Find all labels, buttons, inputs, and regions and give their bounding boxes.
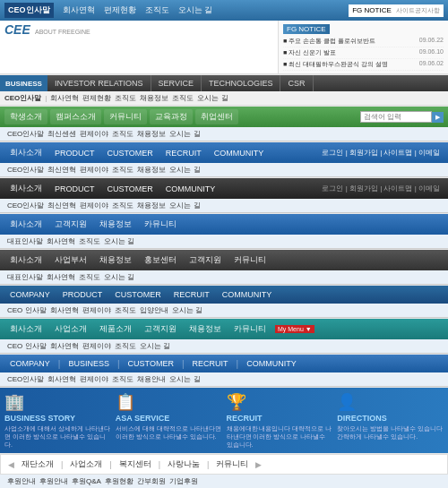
nav-r7-item-2[interactable]: CUSTOMER	[123, 357, 179, 370]
nav-r3-item-0[interactable]: 회사소개	[4, 217, 47, 232]
r1-sub-4[interactable]: 채용정보	[137, 165, 166, 175]
nav-r7-item-3[interactable]: RECRUIT	[187, 357, 234, 370]
nav-r4-item-5[interactable]: 커뮤니티	[228, 253, 271, 268]
r5-sub-4[interactable]: 입양안내	[140, 305, 168, 315]
r1-sub-1[interactable]: 최신연혁	[47, 165, 76, 175]
nav-r2-item-3[interactable]: COMMUNITY	[160, 183, 221, 195]
nav-r6-item-3[interactable]: 고객지원	[139, 321, 182, 337]
main-nav-item-2[interactable]: SERVICE	[151, 75, 202, 91]
green-sub-5[interactable]: 오시는 길	[169, 129, 200, 139]
green-sub-4[interactable]: 채용정보	[137, 129, 166, 139]
my-menu-badge[interactable]: My Menu ▼	[275, 325, 314, 333]
text-sub-1[interactable]: 후원안내	[39, 476, 68, 486]
search-button[interactable]: ▶	[432, 112, 444, 123]
r3-sub-2[interactable]: 조직도	[79, 236, 100, 246]
nav-r4-item-4[interactable]: 고객지원	[184, 253, 227, 268]
r4-sub-0[interactable]: 대표인사말	[7, 272, 43, 282]
r1-sub-2[interactable]: 편제이야	[80, 165, 108, 175]
green-nav-item-2[interactable]: 커뮤니티	[104, 109, 147, 124]
main-nav-item-4[interactable]: CSR	[280, 75, 313, 91]
r1-sub-3[interactable]: 조직도	[112, 165, 134, 175]
nav-r5-item-0[interactable]: COMPANY	[4, 288, 56, 301]
r2-sub-5[interactable]: 오시는 길	[169, 201, 200, 210]
nav-r4-item-0[interactable]: 회사소개	[4, 253, 47, 268]
nav-r3-item-2[interactable]: 채용정보	[94, 217, 137, 232]
r7-sub-2[interactable]: 편제이야	[80, 374, 108, 384]
ceo-bar-item-2[interactable]: 조직도	[115, 93, 136, 103]
nav-r3-item-3[interactable]: 카뮤니티	[139, 217, 182, 232]
r2-sub-1[interactable]: 최신연혁	[47, 201, 76, 210]
nav-r1-item-0[interactable]: 회사소개	[4, 145, 47, 160]
r6-sub-3[interactable]: 조직도	[115, 341, 136, 351]
nav-r6-item-1[interactable]: 사업소개	[49, 321, 92, 337]
main-nav-item-1[interactable]: INVESTOR RELATIONS	[47, 75, 151, 91]
nav-r2-item-0[interactable]: 회사소개	[4, 181, 47, 196]
text-sub-5[interactable]: 기업후원	[169, 476, 198, 486]
r6-sub-0[interactable]: CEO 인사말	[7, 341, 47, 351]
nav-r1-item-3[interactable]: RECRUIT	[160, 147, 207, 159]
nav-r5-item-3[interactable]: RECRUIT	[168, 288, 215, 301]
nav-r5-item-4[interactable]: COMMUNITY	[217, 288, 278, 301]
r7-sub-4[interactable]: 채용안내	[137, 374, 166, 384]
r2-sub-4[interactable]: 채용정보	[137, 201, 166, 210]
nav-r3-item-1[interactable]: 고객지원	[49, 217, 92, 232]
green-nav-item-0[interactable]: 학생소개	[4, 109, 47, 124]
text-sub-4[interactable]: 간부회원	[137, 476, 166, 486]
green-sub-2[interactable]: 편제이야	[80, 129, 108, 139]
green-sub-1[interactable]: 최신센센	[47, 129, 76, 139]
r3-sub-1[interactable]: 회사연혁	[47, 236, 75, 246]
nav-r2-item-2[interactable]: CUSTOMER	[102, 183, 159, 195]
nav1-item-3[interactable]: 조직도	[142, 4, 173, 17]
nav-r7-item-0[interactable]: COMPANY	[4, 357, 56, 370]
r6-sub-4[interactable]: 오시는 길	[140, 341, 170, 351]
nav-r2-item-1[interactable]: PRODUCT	[49, 183, 100, 195]
r5-sub-1[interactable]: 회사연혁	[50, 305, 79, 315]
nav-r5-item-2[interactable]: CUSTOMER	[109, 288, 166, 301]
nav1-item-4[interactable]: 오시는 길	[175, 4, 217, 17]
r5-sub-3[interactable]: 조직도	[115, 305, 136, 315]
nav-r4-item-1[interactable]: 사업부서	[49, 253, 92, 268]
r2-sub-2[interactable]: 편제이야	[80, 201, 108, 210]
green-nav-item-3[interactable]: 교육과정	[150, 109, 193, 124]
r5-sub-2[interactable]: 편제이야	[82, 305, 111, 315]
green-nav-item-1[interactable]: 캠퍼스소개	[50, 109, 101, 124]
r2-sub-0[interactable]: CEO인사말	[7, 201, 44, 210]
r7-sub-3[interactable]: 조직도	[112, 374, 134, 384]
ceo-bar-item-0[interactable]: 회사연혁	[50, 93, 79, 103]
r4-sub-1[interactable]: 회사연혁	[47, 272, 75, 282]
nav-r6-item-2[interactable]: 제품소개	[94, 321, 137, 337]
nav-r4-item-2[interactable]: 채용정보	[94, 253, 137, 268]
r6-sub-1[interactable]: 회사연혁	[50, 341, 79, 351]
ceo-bar-item-4[interactable]: 조직도	[172, 93, 194, 103]
green-nav-item-4[interactable]: 취업센터	[195, 109, 238, 124]
nav-r1-item-2[interactable]: CUSTOMER	[102, 147, 159, 159]
text-nav-item-4[interactable]: 커뮤니티	[216, 458, 248, 470]
ceo-bar-item-1[interactable]: 편제현황	[82, 93, 111, 103]
nav-r6-item-4[interactable]: 채용정보	[184, 321, 227, 337]
nav-r6-item-5[interactable]: 카뮤니티	[228, 321, 271, 337]
text-sub-3[interactable]: 후원현황	[105, 476, 134, 486]
nav1-item-1[interactable]: 회사연혁	[59, 4, 99, 17]
main-nav-item-3[interactable]: TECHNOLOGIES	[202, 75, 281, 91]
nav-r7-item-4[interactable]: COMMUNITY	[241, 357, 302, 370]
r3-sub-3[interactable]: 오시는 길	[104, 236, 134, 246]
ceo-bar-item-3[interactable]: 채용정보	[140, 93, 168, 103]
text-sub-2[interactable]: 후원Q&A	[72, 476, 101, 486]
text-nav-item-0[interactable]: 재단소개	[22, 458, 54, 470]
r7-sub-0[interactable]: CEO인사말	[7, 374, 44, 384]
r5-sub-5[interactable]: 오시는 길	[172, 305, 202, 315]
r4-sub-3[interactable]: 오시는 길	[104, 272, 134, 282]
nav-r1-item-1[interactable]: PRODUCT	[49, 147, 100, 159]
r1-sub-0[interactable]: CEO인사말	[7, 165, 44, 175]
text-sub-0[interactable]: 후원안내	[7, 476, 36, 486]
search-input[interactable]	[360, 111, 432, 123]
r3-sub-0[interactable]: 대표인사말	[7, 236, 43, 246]
text-nav-item-2[interactable]: 복지센터	[119, 458, 151, 470]
nav-r4-item-3[interactable]: 홍보센터	[139, 253, 182, 268]
text-nav-item-1[interactable]: 사업소개	[70, 458, 102, 470]
r2-sub-3[interactable]: 조직도	[112, 201, 134, 210]
nav1-item-2[interactable]: 편제현황	[100, 4, 140, 17]
r5-sub-0[interactable]: CEO 인사말	[7, 305, 47, 315]
nav-r5-item-1[interactable]: PRODUCT	[57, 288, 108, 301]
green-sub-3[interactable]: 조직도	[112, 129, 134, 139]
